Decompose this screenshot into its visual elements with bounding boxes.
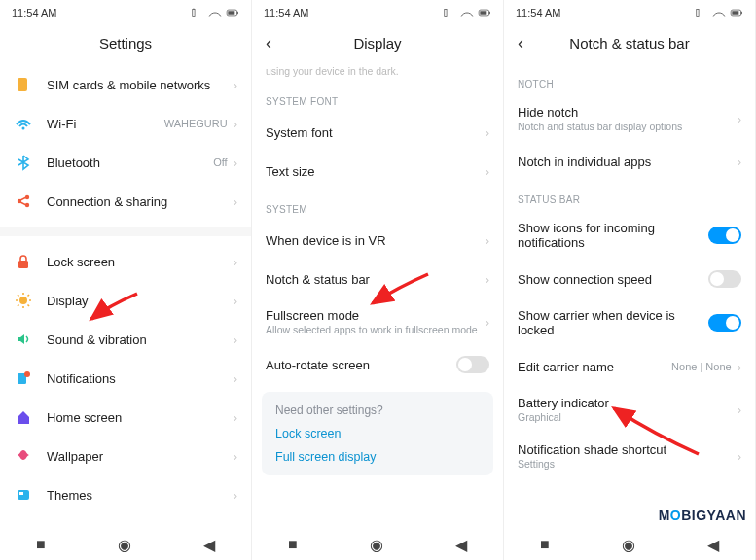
incoming-notifications-row[interactable]: Show icons for incoming notifications <box>504 211 755 260</box>
faded-text: using your device in the dark. <box>252 65 503 83</box>
edit-carrier-name-row[interactable]: Edit carrier name None | None › <box>504 347 755 386</box>
battery-indicator-row[interactable]: Battery indicator Graphical › <box>504 386 755 433</box>
fullscreen-mode-row[interactable]: Fullscreen mode Allow selected apps to w… <box>252 298 503 345</box>
svg-line-15 <box>18 295 19 297</box>
back-icon[interactable]: ‹ <box>266 33 271 53</box>
chevron-right-icon: › <box>234 371 237 386</box>
clock: 11:54 AM <box>12 7 56 18</box>
wifi-icon <box>14 114 33 133</box>
chevron-right-icon: › <box>486 233 489 248</box>
incoming-notifications-toggle[interactable] <box>708 227 741 244</box>
lock-screen-row[interactable]: Lock screen › <box>0 242 251 281</box>
display-icon <box>14 291 33 310</box>
connection-speed-row[interactable]: Show connection speed <box>504 260 755 298</box>
notification-shade-shortcut-row[interactable]: Notification shade shortcut Settings › <box>504 433 755 479</box>
svg-rect-27 <box>697 10 699 17</box>
chevron-right-icon: › <box>486 164 489 179</box>
status-bar: 11:54 AM <box>504 0 755 25</box>
connection-sharing-row[interactable]: Connection & sharing › <box>0 182 251 221</box>
section-status-bar: STATUS BAR <box>504 181 755 211</box>
sim-row[interactable]: SIM cards & mobile networks › <box>0 65 251 104</box>
need-other-settings: Need other settings? Lock screen Full sc… <box>262 392 493 475</box>
carrier-locked-toggle[interactable] <box>708 314 741 332</box>
display-row[interactable]: Display › <box>0 281 251 320</box>
svg-rect-22 <box>19 492 23 495</box>
header: ‹ Notch & status bar <box>504 25 755 65</box>
svg-line-16 <box>28 305 30 307</box>
chevron-right-icon: › <box>234 194 237 209</box>
need-full-screen-link[interactable]: Full screen display <box>275 450 480 464</box>
svg-rect-23 <box>445 10 447 17</box>
sound-row[interactable]: Sound & vibration › <box>0 320 251 359</box>
wifi-row[interactable]: Wi-Fi WAHEGURU › <box>0 104 251 143</box>
home-button[interactable]: ◉ <box>622 536 635 554</box>
chevron-right-icon: › <box>738 155 741 169</box>
bluetooth-row[interactable]: Bluetooth Off › <box>0 143 251 182</box>
home-button[interactable]: ◉ <box>118 536 131 554</box>
vr-row[interactable]: When device is in VR › <box>252 221 503 260</box>
notch-status-bar-row[interactable]: Notch & status bar › <box>252 260 503 298</box>
divider <box>0 227 251 236</box>
status-icons <box>443 7 491 18</box>
themes-row[interactable]: Themes › <box>0 475 251 514</box>
recents-button[interactable]: ■ <box>36 536 46 553</box>
back-button[interactable]: ◀ <box>707 536 719 554</box>
bluetooth-icon <box>14 153 33 172</box>
chevron-right-icon: › <box>486 315 489 330</box>
wallpaper-icon <box>14 446 33 466</box>
chevron-right-icon: › <box>234 449 237 464</box>
page-title: Notch & status bar <box>569 35 689 52</box>
notifications-row[interactable]: Notifications › <box>0 359 251 398</box>
chevron-right-icon: › <box>234 255 237 269</box>
svg-rect-2 <box>237 12 238 14</box>
hide-notch-row[interactable]: Hide notch Notch and status bar display … <box>504 95 755 142</box>
section-system-font: SYSTEM FONT <box>252 83 503 113</box>
need-lock-screen-link[interactable]: Lock screen <box>275 427 480 440</box>
chevron-right-icon: › <box>738 402 741 417</box>
svg-rect-30 <box>732 11 738 15</box>
chevron-right-icon: › <box>234 410 237 425</box>
back-icon[interactable]: ‹ <box>518 33 523 53</box>
nav-bar: ■ ◉ ◀ <box>504 529 755 560</box>
system-font-row[interactable]: System font › <box>252 113 503 152</box>
status-icons <box>695 7 743 18</box>
svg-point-20 <box>24 371 30 377</box>
chevron-right-icon: › <box>234 117 237 131</box>
svg-line-18 <box>28 295 30 297</box>
back-button[interactable]: ◀ <box>203 536 215 554</box>
back-button[interactable]: ◀ <box>455 536 467 554</box>
home-button[interactable]: ◉ <box>370 536 383 554</box>
clock: 11:54 AM <box>516 7 560 18</box>
sound-icon <box>14 330 33 349</box>
clock: 11:54 AM <box>264 7 308 18</box>
connection-speed-toggle[interactable] <box>708 270 741 288</box>
page-title: Display <box>353 35 401 52</box>
svg-point-10 <box>19 297 27 304</box>
recents-button[interactable]: ■ <box>288 536 298 553</box>
notifications-icon <box>14 368 33 388</box>
recents-button[interactable]: ■ <box>540 536 550 553</box>
svg-rect-29 <box>741 12 742 14</box>
nav-bar: ■ ◉ ◀ <box>252 529 503 560</box>
svg-rect-3 <box>228 11 234 15</box>
home-screen-row[interactable]: Home screen › <box>0 398 251 437</box>
wallpaper-row[interactable]: Wallpaper › <box>0 437 251 475</box>
auto-rotate-toggle[interactable] <box>456 356 489 373</box>
chevron-right-icon: › <box>486 125 489 140</box>
home-icon <box>14 407 33 427</box>
status-icons <box>191 7 239 18</box>
svg-point-5 <box>22 127 25 130</box>
auto-rotate-row[interactable]: Auto-rotate screen <box>252 345 503 384</box>
svg-line-17 <box>18 305 19 307</box>
notch-individual-apps-row[interactable]: Notch in individual apps › <box>504 142 755 181</box>
header: Settings <box>0 25 251 65</box>
display-screen: 11:54 AM ‹ Display using your device in … <box>252 0 504 560</box>
text-size-row[interactable]: Text size › <box>252 152 503 191</box>
section-system: SYSTEM <box>252 191 503 221</box>
share-icon <box>14 192 33 211</box>
nav-bar: ■ ◉ ◀ <box>0 529 251 560</box>
svg-rect-25 <box>489 12 490 14</box>
chevron-right-icon: › <box>738 360 741 374</box>
carrier-locked-row[interactable]: Show carrier when device is locked <box>504 298 755 347</box>
chevron-right-icon: › <box>234 78 237 92</box>
